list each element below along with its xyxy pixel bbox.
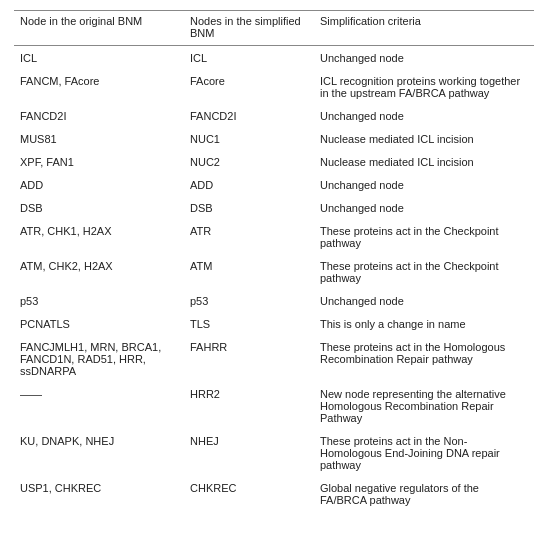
cell-12-0: —— xyxy=(14,380,184,427)
cell-13-1: NHEJ xyxy=(184,427,314,474)
cell-11-2: These proteins act in the Homologous Rec… xyxy=(314,333,534,380)
table-row: p53p53Unchanged node xyxy=(14,287,534,310)
cell-11-0: FANCJMLH1, MRN, BRCA1, FANCD1N, RAD51, H… xyxy=(14,333,184,380)
cell-5-1: ADD xyxy=(184,171,314,194)
table-row: ADDADDUnchanged node xyxy=(14,171,534,194)
cell-0-1: ICL xyxy=(184,46,314,68)
table-row: KU, DNAPK, NHEJNHEJThese proteins act in… xyxy=(14,427,534,474)
table-row: FANCM, FAcoreFAcoreICL recognition prote… xyxy=(14,67,534,102)
table-row: PCNATLSTLSThis is only a change in name xyxy=(14,310,534,333)
cell-1-1: FAcore xyxy=(184,67,314,102)
cell-4-0: XPF, FAN1 xyxy=(14,148,184,171)
cell-6-1: DSB xyxy=(184,194,314,217)
cell-3-1: NUC1 xyxy=(184,125,314,148)
table-row: FANCJMLH1, MRN, BRCA1, FANCD1N, RAD51, H… xyxy=(14,333,534,380)
header-col1: Node in the original BNM xyxy=(14,11,184,46)
cell-3-0: MUS81 xyxy=(14,125,184,148)
cell-1-2: ICL recognition proteins working togethe… xyxy=(314,67,534,102)
table-row: ——HRR2New node representing the alternat… xyxy=(14,380,534,427)
cell-7-2: These proteins act in the Checkpoint pat… xyxy=(314,217,534,252)
cell-9-0: p53 xyxy=(14,287,184,310)
table-row: USP1, CHKRECCHKRECGlobal negative regula… xyxy=(14,474,534,509)
cell-9-1: p53 xyxy=(184,287,314,310)
cell-9-2: Unchanged node xyxy=(314,287,534,310)
table-row: MUS81NUC1Nuclease mediated ICL incision xyxy=(14,125,534,148)
main-container: Node in the original BNM Nodes in the si… xyxy=(0,0,548,519)
cell-2-1: FANCD2I xyxy=(184,102,314,125)
cell-2-2: Unchanged node xyxy=(314,102,534,125)
cell-5-2: Unchanged node xyxy=(314,171,534,194)
table-row: DSBDSBUnchanged node xyxy=(14,194,534,217)
cell-8-0: ATM, CHK2, H2AX xyxy=(14,252,184,287)
cell-14-0: USP1, CHKREC xyxy=(14,474,184,509)
header-col2: Nodes in the simplified BNM xyxy=(184,11,314,46)
header-col3: Simplification criteria xyxy=(314,11,534,46)
cell-6-0: DSB xyxy=(14,194,184,217)
cell-7-0: ATR, CHK1, H2AX xyxy=(14,217,184,252)
cell-5-0: ADD xyxy=(14,171,184,194)
table-row: XPF, FAN1NUC2Nuclease mediated ICL incis… xyxy=(14,148,534,171)
cell-12-1: HRR2 xyxy=(184,380,314,427)
cell-13-2: These proteins act in the Non-Homologous… xyxy=(314,427,534,474)
cell-8-1: ATM xyxy=(184,252,314,287)
cell-2-0: FANCD2I xyxy=(14,102,184,125)
cell-14-1: CHKREC xyxy=(184,474,314,509)
cell-12-2: New node representing the alternative Ho… xyxy=(314,380,534,427)
cell-3-2: Nuclease mediated ICL incision xyxy=(314,125,534,148)
simplification-table: Node in the original BNM Nodes in the si… xyxy=(14,10,534,509)
cell-13-0: KU, DNAPK, NHEJ xyxy=(14,427,184,474)
table-row: ICLICLUnchanged node xyxy=(14,46,534,68)
cell-0-2: Unchanged node xyxy=(314,46,534,68)
cell-10-1: TLS xyxy=(184,310,314,333)
table-row: ATM, CHK2, H2AXATMThese proteins act in … xyxy=(14,252,534,287)
table-row: ATR, CHK1, H2AXATRThese proteins act in … xyxy=(14,217,534,252)
cell-1-0: FANCM, FAcore xyxy=(14,67,184,102)
table-row: FANCD2IFANCD2IUnchanged node xyxy=(14,102,534,125)
cell-7-1: ATR xyxy=(184,217,314,252)
cell-8-2: These proteins act in the Checkpoint pat… xyxy=(314,252,534,287)
cell-14-2: Global negative regulators of the FA/BRC… xyxy=(314,474,534,509)
cell-4-1: NUC2 xyxy=(184,148,314,171)
cell-0-0: ICL xyxy=(14,46,184,68)
cell-11-1: FAHRR xyxy=(184,333,314,380)
table-header-row: Node in the original BNM Nodes in the si… xyxy=(14,11,534,46)
cell-10-2: This is only a change in name xyxy=(314,310,534,333)
cell-10-0: PCNATLS xyxy=(14,310,184,333)
cell-4-2: Nuclease mediated ICL incision xyxy=(314,148,534,171)
cell-6-2: Unchanged node xyxy=(314,194,534,217)
